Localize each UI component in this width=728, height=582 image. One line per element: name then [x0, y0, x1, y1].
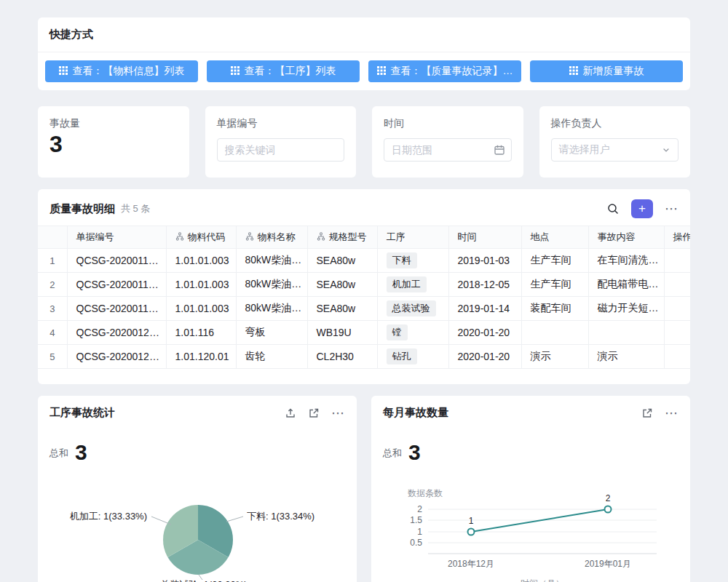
column-header-content: 事故内容	[588, 226, 664, 249]
operator-select[interactable]: 请选择用户	[551, 138, 679, 162]
x-axis-title: 时间（月）	[521, 578, 564, 582]
cell-operator	[664, 321, 690, 345]
shortcut-material-info-button[interactable]: 查看：【物料信息】列表	[45, 60, 198, 82]
open-in-new-button[interactable]	[641, 407, 653, 419]
process-tag: 下料	[387, 252, 417, 268]
open-in-new-icon	[308, 410, 320, 421]
cell-date: 2019-01-14	[448, 297, 521, 321]
cell-code: 1.01.01.003	[166, 249, 236, 273]
x-tick: 2019年01月	[585, 559, 631, 569]
cell-code: 1.01.120.01	[166, 345, 236, 369]
cell-content	[588, 321, 664, 345]
process-tag: 机加工	[387, 276, 427, 292]
cell-operator	[664, 297, 690, 321]
table-more-button[interactable]: ⋯	[665, 202, 678, 215]
process-tag: 总装试验	[387, 300, 436, 316]
cell-date: 2018-12-05	[448, 273, 521, 297]
doc-number-search-input[interactable]	[217, 138, 345, 162]
operator-filter-card: 操作负责人 请选择用户	[539, 106, 691, 178]
table-row[interactable]: 4 QCSG-2020012… 1.01.116 弯板 WB19U 镗 2020…	[38, 321, 690, 345]
index-column-header	[38, 226, 67, 249]
y-tick: 1.5	[410, 515, 422, 525]
line-chart-title: 每月事故数量	[383, 406, 448, 420]
cell-date: 2020-01-20	[448, 345, 521, 369]
ellipsis-icon: ⋯	[665, 406, 678, 420]
shortcuts-card: 快捷方式 查看：【物料信息】列表 查看：【工序】列表 查看：【质量事故记录】… …	[38, 17, 690, 90]
column-header-operator: 操作负责人	[664, 226, 690, 249]
cell-spec: WB19U	[307, 321, 377, 345]
shortcut-quality-records-button[interactable]: 查看：【质量事故记录】…	[368, 60, 521, 82]
row-index: 5	[38, 345, 67, 369]
pie-chart-title: 工序事故统计	[50, 406, 115, 420]
column-header-date: 时间	[448, 226, 521, 249]
grid-icon	[569, 65, 578, 77]
table-title: 质量事故明细	[50, 202, 115, 216]
table-row[interactable]: 5 QCSG-2020012… 1.01.120.01 齿轮 CL2H30 钻孔…	[38, 345, 690, 369]
cell-spec: SEA80w	[307, 273, 377, 297]
calendar-icon	[494, 144, 505, 156]
ellipsis-icon: ⋯	[665, 202, 678, 216]
pie-label-zongzhuang: 总装试验: 1(33.33%)	[159, 579, 247, 582]
export-icon	[285, 410, 296, 421]
table-row[interactable]: 3 QCSG-2020011… 1.01.01.003 80kW柴油… SEA8…	[38, 297, 690, 321]
time-filter-card: 时间	[372, 106, 523, 178]
operator-label: 操作负责人	[551, 117, 679, 130]
process-tag: 镗	[387, 324, 408, 340]
data-point	[605, 506, 612, 513]
export-button[interactable]	[285, 407, 296, 419]
cell-name: 80kW柴油…	[236, 273, 307, 297]
y-tick: 1	[417, 527, 422, 537]
grid-icon	[59, 65, 68, 77]
column-header-doc: 单据编号	[67, 226, 166, 249]
cell-code: 1.01.01.003	[166, 273, 236, 297]
operator-select-placeholder: 请选择用户	[559, 143, 610, 156]
plus-icon: +	[638, 202, 646, 216]
column-header-process: 工序	[377, 226, 448, 249]
cell-doc: QCSG-2020011…	[67, 249, 166, 273]
data-label: 2	[606, 493, 611, 503]
add-record-button[interactable]: +	[631, 199, 653, 218]
pie-total-value: 3	[75, 442, 87, 463]
line-more-button[interactable]: ⋯	[665, 407, 678, 420]
open-in-new-button[interactable]	[308, 407, 320, 419]
cell-operator	[664, 345, 690, 369]
cell-spec: SEA80w	[307, 297, 377, 321]
cell-spec: SEA80w	[307, 249, 377, 273]
shortcut-buttons-row: 查看：【物料信息】列表 查看：【工序】列表 查看：【质量事故记录】… 新增质量事…	[38, 52, 690, 82]
shortcut-new-accident-button[interactable]: 新增质量事故	[530, 60, 683, 82]
cell-content: 磁力开关短…	[588, 297, 664, 321]
shortcut-button-label: 新增质量事故	[583, 65, 644, 78]
data-point	[468, 529, 475, 535]
column-header-code: 物料代码	[166, 226, 236, 249]
cell-name: 80kW柴油…	[236, 297, 307, 321]
cell-name: 弯板	[236, 321, 307, 345]
y-axis-title: 数据条数	[408, 488, 443, 498]
row-index: 2	[38, 273, 67, 297]
table-row[interactable]: 2 QCSG-2020011… 1.01.01.003 80kW柴油… SEA8…	[38, 273, 690, 297]
search-button[interactable]	[606, 202, 620, 215]
dashboard-page: 快捷方式 查看：【物料信息】列表 查看：【工序】列表 查看：【质量事故记录】… …	[0, 0, 728, 582]
column-header-spec: 规格型号	[307, 226, 377, 249]
ellipsis-icon: ⋯	[331, 406, 345, 420]
date-range-input[interactable]	[384, 138, 512, 162]
relation-field-icon	[317, 232, 325, 241]
cell-place: 生产车间	[521, 273, 588, 297]
cell-doc: QCSG-2020012…	[67, 345, 166, 369]
pie-more-button[interactable]: ⋯	[331, 407, 345, 420]
y-tick: 0.5	[410, 538, 422, 548]
filter-row: 事故量 3 单据编号 时间 操作负责人 请选择用户	[38, 106, 690, 178]
shortcut-process-list-button[interactable]: 查看：【工序】列表	[207, 60, 360, 82]
cell-process: 机加工	[377, 273, 448, 297]
cell-spec: CL2H30	[307, 345, 377, 369]
accident-count-card: 事故量 3	[38, 106, 189, 178]
row-index: 1	[38, 249, 67, 273]
line-card-actions: ⋯	[641, 407, 678, 420]
table-row[interactable]: 1 QCSG-2020011… 1.01.01.003 80kW柴油… SEA8…	[38, 249, 690, 273]
monthly-accident-card: 每月事故数量 ⋯ 总和 3 数据条数 2 1.5 1 0.5	[371, 396, 690, 582]
table-header-row: 单据编号 物料代码 物料名称 规格型号 工序 时间 地点 事故内容 操作负责人	[38, 226, 690, 249]
cell-process: 镗	[377, 321, 448, 345]
data-label: 1	[469, 516, 474, 526]
cell-process: 钻孔	[377, 345, 448, 369]
accident-count-label: 事故量	[50, 117, 178, 130]
cell-place: 装配车间	[521, 297, 588, 321]
